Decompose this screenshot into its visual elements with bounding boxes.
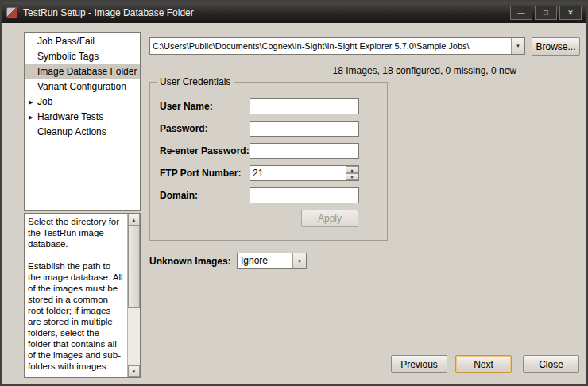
sidebar-item-hardware-tests[interactable]: ▶ Hardware Tests: [25, 110, 140, 125]
chevron-down-icon: ▼: [516, 44, 520, 48]
browse-button[interactable]: Browse...: [532, 37, 580, 56]
spinner-down-icon: ▼: [350, 175, 354, 179]
step-description-box: Select the directory for the TestRun ima…: [24, 213, 141, 378]
image-folder-path-combo: ▼: [149, 37, 525, 55]
minimize-icon: —: [518, 10, 525, 17]
step-description-text: Select the directory for the TestRun ima…: [25, 214, 126, 377]
titlebar[interactable]: TestRun Setup - Image Database Folder — …: [2, 2, 586, 23]
path-dropdown-button[interactable]: ▼: [511, 38, 524, 54]
scroll-down-icon: ▼: [132, 369, 137, 374]
scroll-down-button[interactable]: ▼: [128, 365, 140, 377]
spinner-buttons: ▲ ▼: [346, 166, 358, 180]
unknown-images-dropdown[interactable]: Ignore ▼: [237, 253, 307, 269]
ftp-port-row: FTP Port Number: ▲ ▼: [150, 165, 387, 183]
reenter-password-input[interactable]: [250, 143, 359, 159]
browse-button-label: Browse...: [536, 41, 575, 52]
spinner-down-button[interactable]: ▼: [346, 173, 358, 180]
username-input[interactable]: [250, 98, 359, 114]
image-count-status: 18 Images, 18 configured, 0 missing, 0 n…: [149, 65, 516, 76]
testrun-setup-window: TestRun Setup - Image Database Folder — …: [0, 0, 588, 386]
ftp-port-label: FTP Port Number:: [160, 168, 241, 179]
sidebar-item-label: Hardware Tests: [37, 111, 103, 122]
sidebar-item-label: Job Pass/Fail: [37, 36, 95, 47]
close-button-label: Close: [539, 359, 563, 370]
setup-steps-list: Job Pass/Fail Symbolic Tags Image Databa…: [24, 32, 141, 211]
expand-arrow-icon[interactable]: ▶: [27, 110, 35, 125]
sidebar-item-symbolic-tags[interactable]: Symbolic Tags: [25, 49, 140, 64]
sidebar-item-label: Variant Configuration: [37, 81, 126, 92]
minimize-button[interactable]: —: [510, 6, 532, 20]
close-button[interactable]: ✕: [559, 6, 582, 20]
next-button-label: Next: [474, 359, 493, 370]
description-scrollbar[interactable]: ▲ ▼: [127, 214, 140, 377]
scroll-up-icon: ▲: [132, 218, 137, 222]
username-label: User Name:: [160, 101, 213, 112]
reenter-password-row: Re-enter Password:: [150, 143, 387, 160]
app-icon: [6, 7, 17, 18]
spinner-up-button[interactable]: ▲: [346, 166, 358, 173]
password-input[interactable]: [250, 121, 359, 137]
scroll-up-button[interactable]: ▲: [128, 214, 140, 226]
sidebar-item-variant-configuration[interactable]: Variant Configuration: [25, 79, 140, 95]
sidebar-item-label: Symbolic Tags: [37, 51, 99, 62]
scrollbar-thumb[interactable]: [128, 226, 140, 308]
reenter-password-label: Re-enter Password:: [160, 145, 250, 156]
sidebar-item-job-pass-fail[interactable]: Job Pass/Fail: [25, 34, 140, 49]
sidebar-item-job[interactable]: ▶ Job: [25, 95, 140, 110]
username-row: User Name:: [150, 98, 387, 116]
group-title: User Credentials: [157, 76, 234, 87]
maximize-button[interactable]: □: [535, 6, 557, 20]
sidebar-item-label: Image Database Folder: [37, 66, 137, 77]
previous-button-label: Previous: [400, 359, 438, 370]
ftp-port-stepper: ▲ ▼: [250, 165, 359, 181]
sidebar-item-label: Job: [37, 96, 52, 107]
close-icon: ✕: [567, 10, 574, 17]
window-title: TestRun Setup - Image Database Folder: [23, 7, 194, 18]
apply-button[interactable]: Apply: [301, 210, 358, 227]
user-credentials-group: User Credentials User Name: Password: Re…: [149, 82, 388, 241]
ftp-port-input[interactable]: [250, 165, 359, 181]
previous-button[interactable]: Previous: [391, 355, 447, 373]
sidebar-item-image-database-folder[interactable]: Image Database Folder: [25, 64, 140, 79]
close-dialog-button[interactable]: Close: [523, 355, 579, 373]
next-button[interactable]: Next: [455, 355, 512, 373]
unknown-images-dropdown-button[interactable]: ▼: [292, 253, 306, 268]
sidebar-item-cleanup-actions[interactable]: Cleanup Actions: [25, 125, 140, 140]
image-folder-path-input[interactable]: [150, 38, 511, 54]
password-row: Password:: [150, 121, 387, 138]
window-controls: — □ ✕: [510, 6, 582, 20]
domain-input[interactable]: [250, 187, 359, 203]
domain-row: Domain:: [150, 187, 387, 205]
spinner-up-icon: ▲: [350, 168, 354, 172]
apply-button-label: Apply: [318, 213, 342, 224]
sidebar-item-label: Cleanup Actions: [37, 126, 106, 137]
password-label: Password:: [160, 123, 208, 134]
unknown-images-label: Unknown Images:: [149, 256, 231, 267]
domain-label: Domain:: [160, 190, 198, 201]
unknown-images-value: Ignore: [238, 253, 292, 268]
chevron-down-icon: ▼: [297, 259, 302, 264]
expand-arrow-icon[interactable]: ▶: [27, 95, 35, 110]
maximize-icon: □: [544, 10, 547, 17]
